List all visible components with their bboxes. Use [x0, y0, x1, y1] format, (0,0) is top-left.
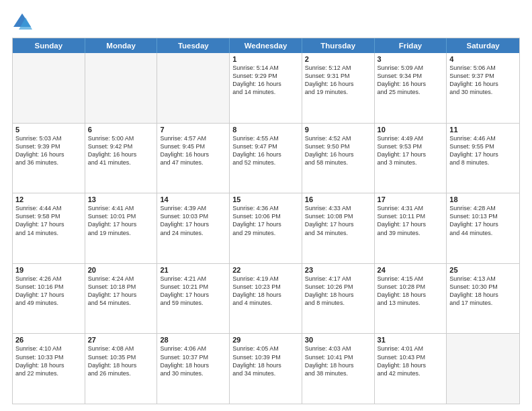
- cell-text: Sunrise: 4:05 AM Sunset: 10:39 PM Daylig…: [232, 345, 299, 377]
- calendar-cell: 21Sunrise: 4:21 AM Sunset: 10:21 PM Dayl…: [157, 264, 230, 334]
- day-number: 4: [449, 55, 517, 63]
- cell-text: Sunrise: 5:00 AM Sunset: 9:42 PM Dayligh…: [88, 134, 154, 167]
- calendar-cell: [13, 53, 85, 123]
- calendar-cell: 26Sunrise: 4:10 AM Sunset: 10:33 PM Dayl…: [13, 334, 85, 404]
- day-number: 15: [232, 195, 299, 203]
- cell-text: Sunrise: 4:24 AM Sunset: 10:18 PM Daylig…: [88, 275, 154, 308]
- day-number: 12: [15, 195, 82, 203]
- page: SundayMondayTuesdayWednesdayThursdayFrid…: [0, 0, 532, 411]
- header-cell-monday: Monday: [85, 38, 158, 53]
- logo-icon: [12, 12, 32, 32]
- calendar-cell: 14Sunrise: 4:39 AM Sunset: 10:03 PM Dayl…: [157, 193, 230, 263]
- cell-text: Sunrise: 4:15 AM Sunset: 10:28 PM Daylig…: [378, 275, 444, 308]
- calendar-cell: [157, 53, 230, 123]
- cell-text: Sunrise: 4:52 AM Sunset: 9:50 PM Dayligh…: [305, 134, 371, 167]
- header-cell-thursday: Thursday: [302, 38, 375, 53]
- calendar-cell: 20Sunrise: 4:24 AM Sunset: 10:18 PM Dayl…: [85, 264, 158, 334]
- day-number: 8: [232, 126, 299, 134]
- day-number: 24: [378, 266, 444, 274]
- cell-text: Sunrise: 5:14 AM Sunset: 9:29 PM Dayligh…: [232, 64, 299, 97]
- calendar-row-1: 5Sunrise: 5:03 AM Sunset: 9:39 PM Daylig…: [13, 124, 519, 194]
- cell-text: Sunrise: 4:26 AM Sunset: 10:16 PM Daylig…: [15, 275, 82, 308]
- calendar-cell: 19Sunrise: 4:26 AM Sunset: 10:16 PM Dayl…: [13, 264, 85, 334]
- cell-text: Sunrise: 4:01 AM Sunset: 10:43 PM Daylig…: [378, 345, 444, 377]
- cell-text: Sunrise: 4:57 AM Sunset: 9:45 PM Dayligh…: [160, 134, 226, 167]
- calendar-cell: 27Sunrise: 4:08 AM Sunset: 10:35 PM Dayl…: [85, 334, 158, 404]
- calendar-cell: 16Sunrise: 4:33 AM Sunset: 10:08 PM Dayl…: [302, 193, 375, 263]
- calendar-cell: 9Sunrise: 4:52 AM Sunset: 9:50 PM Daylig…: [302, 124, 375, 193]
- day-number: 10: [378, 126, 444, 134]
- day-number: 19: [15, 266, 82, 274]
- calendar-row-2: 12Sunrise: 4:44 AM Sunset: 9:58 PM Dayli…: [13, 193, 519, 264]
- cell-text: Sunrise: 4:33 AM Sunset: 10:08 PM Daylig…: [305, 204, 371, 237]
- calendar-cell: 1Sunrise: 5:14 AM Sunset: 9:29 PM Daylig…: [230, 53, 302, 123]
- day-number: 1: [232, 55, 299, 63]
- day-number: 13: [88, 195, 154, 203]
- day-number: 6: [88, 126, 154, 134]
- calendar-cell: 25Sunrise: 4:13 AM Sunset: 10:30 PM Dayl…: [447, 264, 519, 334]
- header-cell-saturday: Saturday: [447, 38, 519, 53]
- header: [12, 12, 520, 32]
- calendar-cell: 28Sunrise: 4:06 AM Sunset: 10:37 PM Dayl…: [157, 334, 230, 404]
- calendar-cell: 6Sunrise: 5:00 AM Sunset: 9:42 PM Daylig…: [85, 124, 158, 193]
- day-number: 2: [305, 55, 371, 63]
- day-number: 17: [378, 195, 444, 203]
- calendar-cell: [447, 334, 519, 404]
- day-number: 16: [305, 195, 371, 203]
- day-number: 30: [305, 336, 371, 344]
- header-cell-wednesday: Wednesday: [230, 38, 302, 53]
- cell-text: Sunrise: 4:39 AM Sunset: 10:03 PM Daylig…: [160, 204, 226, 237]
- cell-text: Sunrise: 4:28 AM Sunset: 10:13 PM Daylig…: [449, 204, 517, 237]
- cell-text: Sunrise: 4:13 AM Sunset: 10:30 PM Daylig…: [449, 275, 517, 308]
- logo: [12, 12, 35, 32]
- cell-text: Sunrise: 4:49 AM Sunset: 9:53 PM Dayligh…: [378, 134, 444, 167]
- calendar-cell: 18Sunrise: 4:28 AM Sunset: 10:13 PM Dayl…: [447, 193, 519, 263]
- calendar-cell: 30Sunrise: 4:03 AM Sunset: 10:41 PM Dayl…: [302, 334, 375, 404]
- day-number: 31: [378, 336, 444, 344]
- day-number: 3: [378, 55, 444, 63]
- cell-text: Sunrise: 4:03 AM Sunset: 10:41 PM Daylig…: [305, 345, 371, 377]
- calendar-cell: 5Sunrise: 5:03 AM Sunset: 9:39 PM Daylig…: [13, 124, 85, 193]
- calendar-cell: 22Sunrise: 4:19 AM Sunset: 10:23 PM Dayl…: [230, 264, 302, 334]
- cell-text: Sunrise: 4:55 AM Sunset: 9:47 PM Dayligh…: [232, 134, 299, 167]
- calendar-row-3: 19Sunrise: 4:26 AM Sunset: 10:16 PM Dayl…: [13, 264, 519, 334]
- cell-text: Sunrise: 4:41 AM Sunset: 10:01 PM Daylig…: [88, 204, 154, 237]
- cell-text: Sunrise: 4:36 AM Sunset: 10:06 PM Daylig…: [232, 204, 299, 237]
- calendar-cell: 10Sunrise: 4:49 AM Sunset: 9:53 PM Dayli…: [375, 124, 447, 193]
- header-cell-sunday: Sunday: [13, 38, 85, 53]
- calendar-cell: 24Sunrise: 4:15 AM Sunset: 10:28 PM Dayl…: [375, 264, 447, 334]
- header-cell-tuesday: Tuesday: [157, 38, 230, 53]
- day-number: 27: [88, 336, 154, 344]
- cell-text: Sunrise: 4:19 AM Sunset: 10:23 PM Daylig…: [232, 275, 299, 308]
- cell-text: Sunrise: 4:44 AM Sunset: 9:58 PM Dayligh…: [15, 204, 82, 237]
- calendar-cell: 29Sunrise: 4:05 AM Sunset: 10:39 PM Dayl…: [230, 334, 302, 404]
- calendar-cell: 31Sunrise: 4:01 AM Sunset: 10:43 PM Dayl…: [375, 334, 447, 404]
- cell-text: Sunrise: 5:06 AM Sunset: 9:37 PM Dayligh…: [449, 64, 517, 97]
- cell-text: Sunrise: 5:12 AM Sunset: 9:31 PM Dayligh…: [305, 64, 371, 97]
- calendar-cell: 17Sunrise: 4:31 AM Sunset: 10:11 PM Dayl…: [375, 193, 447, 263]
- day-number: 25: [449, 266, 517, 274]
- calendar-row-4: 26Sunrise: 4:10 AM Sunset: 10:33 PM Dayl…: [13, 334, 519, 404]
- calendar-cell: 3Sunrise: 5:09 AM Sunset: 9:34 PM Daylig…: [375, 53, 447, 123]
- cell-text: Sunrise: 4:10 AM Sunset: 10:33 PM Daylig…: [15, 345, 82, 377]
- calendar: SundayMondayTuesdayWednesdayThursdayFrid…: [12, 38, 520, 404]
- calendar-cell: 2Sunrise: 5:12 AM Sunset: 9:31 PM Daylig…: [302, 53, 375, 123]
- day-number: 26: [15, 336, 82, 344]
- calendar-cell: 13Sunrise: 4:41 AM Sunset: 10:01 PM Dayl…: [85, 193, 158, 263]
- day-number: 28: [160, 336, 226, 344]
- calendar-cell: 12Sunrise: 4:44 AM Sunset: 9:58 PM Dayli…: [13, 193, 85, 263]
- day-number: 7: [160, 126, 226, 134]
- day-number: 23: [305, 266, 371, 274]
- calendar-cell: 11Sunrise: 4:46 AM Sunset: 9:55 PM Dayli…: [447, 124, 519, 193]
- day-number: 14: [160, 195, 226, 203]
- calendar-body: 1Sunrise: 5:14 AM Sunset: 9:29 PM Daylig…: [13, 53, 519, 404]
- cell-text: Sunrise: 4:21 AM Sunset: 10:21 PM Daylig…: [160, 275, 226, 308]
- header-cell-friday: Friday: [375, 38, 447, 53]
- calendar-row-0: 1Sunrise: 5:14 AM Sunset: 9:29 PM Daylig…: [13, 53, 519, 124]
- calendar-cell: 15Sunrise: 4:36 AM Sunset: 10:06 PM Dayl…: [230, 193, 302, 263]
- calendar-cell: 4Sunrise: 5:06 AM Sunset: 9:37 PM Daylig…: [447, 53, 519, 123]
- day-number: 11: [449, 126, 517, 134]
- cell-text: Sunrise: 4:08 AM Sunset: 10:35 PM Daylig…: [88, 345, 154, 377]
- day-number: 5: [15, 126, 82, 134]
- calendar-cell: 23Sunrise: 4:17 AM Sunset: 10:26 PM Dayl…: [302, 264, 375, 334]
